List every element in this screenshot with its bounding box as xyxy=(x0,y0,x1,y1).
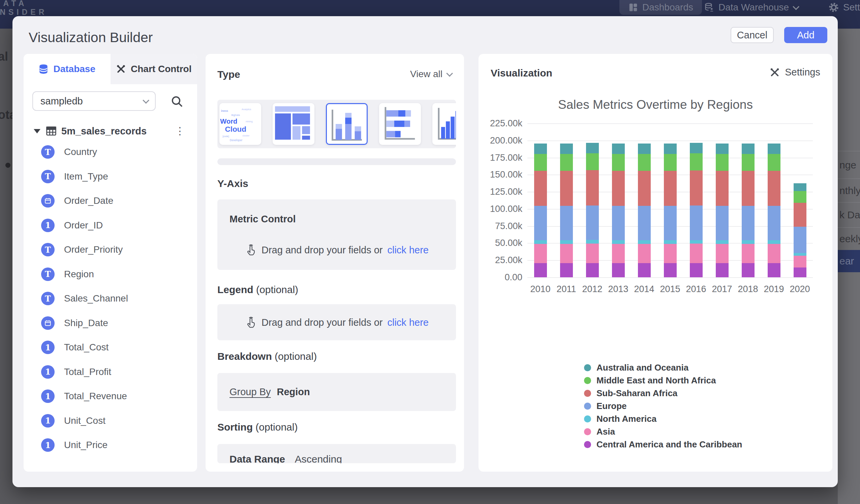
bar-segment[interactable] xyxy=(612,154,625,171)
kebab-menu-icon[interactable]: ⋮ xyxy=(175,129,185,133)
bar-segment[interactable] xyxy=(560,244,573,263)
bar-segment[interactable] xyxy=(793,203,806,227)
bar-segment[interactable] xyxy=(638,144,651,154)
bar-segment[interactable] xyxy=(560,144,573,154)
bar-segment[interactable] xyxy=(768,244,780,263)
type-strip-scrollbar[interactable] xyxy=(217,158,456,165)
bar-segment[interactable] xyxy=(586,143,599,153)
legend-item[interactable]: North America xyxy=(584,412,742,425)
bar-segment[interactable] xyxy=(690,205,703,240)
field-item-total_cost[interactable]: 1Total_Cost xyxy=(41,340,109,355)
bar-segment[interactable] xyxy=(586,263,599,277)
database-select[interactable]: sampledb xyxy=(32,91,156,111)
bar-segment[interactable] xyxy=(716,263,729,277)
bar-segment[interactable] xyxy=(612,240,625,244)
bar-segment[interactable] xyxy=(768,263,780,277)
bar-segment[interactable] xyxy=(638,263,651,277)
bar-segment[interactable] xyxy=(664,171,677,206)
bar-segment[interactable] xyxy=(638,244,651,263)
bar-segment[interactable] xyxy=(690,244,703,263)
legend-item[interactable]: Australia and Oceania xyxy=(584,361,742,374)
bar-segment[interactable] xyxy=(534,171,547,206)
chart-settings-button[interactable]: Settings xyxy=(769,67,820,78)
bar-segment[interactable] xyxy=(716,240,729,244)
bar-segment[interactable] xyxy=(560,263,573,277)
bar-segment[interactable] xyxy=(664,206,677,240)
bar-segment[interactable] xyxy=(742,144,755,154)
bar-segment[interactable] xyxy=(793,253,806,256)
bar-segment[interactable] xyxy=(586,240,599,244)
bar-segment[interactable] xyxy=(612,206,625,240)
bar-segment[interactable] xyxy=(742,206,755,240)
chart-type-treemap[interactable] xyxy=(273,103,314,145)
bar-segment[interactable] xyxy=(742,154,755,171)
stacked-bar-2020[interactable] xyxy=(793,183,806,277)
nav-settings[interactable]: Settings xyxy=(828,0,860,15)
bar-segment[interactable] xyxy=(534,263,547,277)
bar-segment[interactable] xyxy=(638,240,651,244)
legend-item[interactable]: Central America and the Caribbean xyxy=(584,438,742,451)
chart-type-stacked-bar[interactable] xyxy=(379,103,421,145)
stacked-bar-2012[interactable] xyxy=(586,143,599,277)
bar-segment[interactable] xyxy=(793,191,806,203)
bar-segment[interactable] xyxy=(560,171,573,206)
bar-segment[interactable] xyxy=(612,171,625,206)
search-button[interactable] xyxy=(168,93,186,110)
bar-segment[interactable] xyxy=(586,170,599,205)
bar-segment[interactable] xyxy=(716,144,729,154)
bar-segment[interactable] xyxy=(534,154,547,171)
stacked-bar-2018[interactable] xyxy=(742,144,755,277)
bar-segment[interactable] xyxy=(793,183,806,191)
stacked-bar-2015[interactable] xyxy=(664,144,677,277)
stacked-bar-2016[interactable] xyxy=(690,143,703,277)
bar-segment[interactable] xyxy=(664,240,677,244)
field-item-unit_price[interactable]: 1Unit_Price xyxy=(41,437,108,453)
stacked-bar-2011[interactable] xyxy=(560,144,573,277)
nav-data-warehouse[interactable]: Data Warehouse xyxy=(704,0,798,15)
click-here-link[interactable]: click here xyxy=(387,317,429,328)
field-item-order_priority[interactable]: TOrder_Priority xyxy=(41,242,123,257)
metric-control-dropzone[interactable]: Metric Control Drag and drop your fields… xyxy=(217,199,456,270)
legend-dropzone[interactable]: Drag and drop your fields or click here xyxy=(217,304,456,340)
field-item-order_date[interactable]: Order_Date xyxy=(41,193,113,208)
bar-segment[interactable] xyxy=(664,144,677,154)
field-item-total_profit[interactable]: 1Total_Profit xyxy=(41,364,111,380)
sorting-dropzone[interactable]: Data Range Ascending xyxy=(217,444,456,463)
field-item-country[interactable]: TCountry xyxy=(41,144,97,160)
chart-type-column[interactable] xyxy=(432,103,456,145)
stacked-bar-2013[interactable] xyxy=(612,144,625,277)
bar-segment[interactable] xyxy=(768,206,780,240)
bar-segment[interactable] xyxy=(664,154,677,171)
bar-segment[interactable] xyxy=(768,154,780,171)
bar-segment[interactable] xyxy=(664,263,677,277)
tab-database[interactable]: Database xyxy=(24,54,111,84)
bar-segment[interactable] xyxy=(560,206,573,240)
bar-segment[interactable] xyxy=(586,244,599,263)
add-button[interactable]: Add xyxy=(784,27,827,43)
bar-segment[interactable] xyxy=(534,240,547,244)
field-item-sales_channel[interactable]: TSales_Channel xyxy=(41,291,128,306)
bar-segment[interactable] xyxy=(586,153,599,170)
bar-segment[interactable] xyxy=(793,227,806,253)
bar-segment[interactable] xyxy=(560,240,573,244)
chart-type-stacked-column[interactable] xyxy=(326,103,368,145)
legend-item[interactable]: Sub-Saharan Africa xyxy=(584,387,742,400)
bar-segment[interactable] xyxy=(690,143,703,153)
bar-segment[interactable] xyxy=(742,171,755,206)
legend-item[interactable]: Europe xyxy=(584,400,742,412)
bar-segment[interactable] xyxy=(638,206,651,240)
bar-segment[interactable] xyxy=(586,205,599,240)
bar-segment[interactable] xyxy=(768,144,780,154)
bar-segment[interactable] xyxy=(534,244,547,263)
legend-item[interactable]: Middle East and North Africa xyxy=(584,374,742,387)
field-item-region[interactable]: TRegion xyxy=(41,267,94,282)
stacked-bar-2010[interactable] xyxy=(534,144,547,277)
group-by-link[interactable]: Group By xyxy=(229,386,271,398)
field-item-item_type[interactable]: TItem_Type xyxy=(41,169,108,184)
bar-segment[interactable] xyxy=(690,171,703,206)
bar-segment[interactable] xyxy=(716,171,729,206)
bar-segment[interactable] xyxy=(534,144,547,154)
stacked-bar-2019[interactable] xyxy=(768,144,780,277)
table-tree-item[interactable]: 5m_sales_records ⋮ xyxy=(24,123,197,139)
bar-segment[interactable] xyxy=(742,263,755,277)
